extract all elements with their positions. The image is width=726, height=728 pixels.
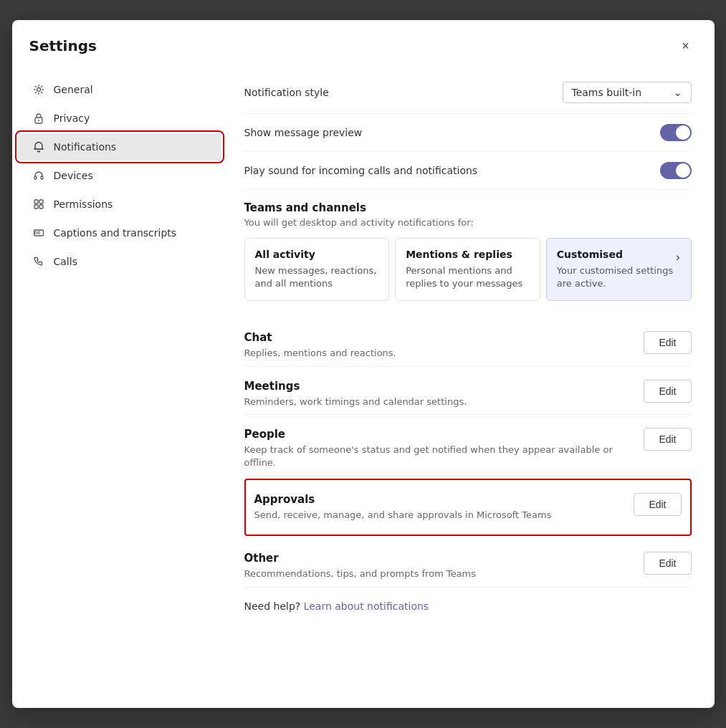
sidebar-captions-label: Captions and transcripts: [54, 227, 177, 239]
notification-style-dropdown[interactable]: Teams built-in ⌄: [563, 82, 692, 103]
phone-icon: [32, 255, 45, 268]
chevron-right-icon: ›: [675, 249, 680, 264]
approvals-title: Approvals: [254, 493, 552, 506]
people-edit-button[interactable]: Edit: [644, 428, 691, 451]
gear-icon: [32, 83, 45, 96]
chat-section: Chat Replies, mentions and reactions. Ed…: [244, 318, 692, 366]
svg-point-0: [37, 88, 40, 92]
sidebar-calls-label: Calls: [54, 256, 77, 267]
notification-style-row: Notification style Teams built-in ⌄: [244, 72, 692, 114]
meetings-title: Meetings: [244, 380, 467, 393]
show-message-preview-toggle[interactable]: [660, 124, 692, 141]
all-activity-card[interactable]: All activity New messages, reactions, an…: [244, 238, 390, 301]
svg-rect-4: [41, 176, 43, 179]
main-content: Notification style Teams built-in ⌄ Show…: [227, 69, 715, 708]
play-sound-row: Play sound for incoming calls and notifi…: [244, 152, 692, 190]
approvals-highlighted-section: Approvals Send, receive, manage, and sha…: [244, 479, 692, 536]
svg-rect-9: [34, 230, 43, 236]
other-desc: Recommendations, tips, and prompts from …: [244, 567, 477, 580]
customised-desc: Your customised settings are active.: [557, 264, 681, 290]
mentions-replies-title: Mentions & replies: [406, 249, 530, 260]
customised-title: Customised: [557, 249, 623, 260]
close-button[interactable]: ×: [674, 34, 697, 57]
sidebar-general-label: General: [54, 84, 93, 95]
sidebar-item-calls[interactable]: Calls: [18, 248, 221, 275]
people-section: People Keep track of someone's status an…: [244, 415, 692, 476]
svg-rect-7: [34, 205, 38, 209]
sidebar-permissions-label: Permissions: [54, 198, 113, 210]
show-message-preview-row: Show message preview: [244, 114, 692, 152]
show-message-preview-label: Show message preview: [244, 127, 363, 138]
approvals-desc: Send, receive, manage, and share approva…: [254, 509, 552, 522]
help-row: Need help? Learn about notifications: [244, 588, 692, 618]
svg-rect-5: [34, 200, 38, 203]
chat-edit-button[interactable]: Edit: [644, 331, 691, 354]
notification-style-label: Notification style: [244, 87, 329, 98]
grid-icon: [32, 198, 45, 211]
meetings-edit-button[interactable]: Edit: [644, 380, 691, 403]
approvals-inner: Approvals Send, receive, manage, and sha…: [254, 480, 682, 535]
lock-icon: [32, 112, 45, 125]
meetings-section: Meetings Reminders, work timings and cal…: [244, 367, 692, 415]
mentions-replies-desc: Personal mentions and replies to your me…: [406, 264, 530, 290]
modal-title: Settings: [29, 37, 97, 54]
all-activity-title: All activity: [255, 249, 379, 260]
notification-style-value: Teams built-in: [572, 87, 642, 98]
help-text-label: Need help?: [244, 600, 301, 612]
teams-channels-desc: You will get desktop and activity notifi…: [244, 217, 692, 228]
sidebar-item-general[interactable]: General: [18, 76, 221, 103]
learn-about-notifications-link[interactable]: Learn about notifications: [304, 600, 429, 612]
sidebar-devices-label: Devices: [54, 170, 93, 181]
sidebar: General Privacy: [12, 69, 227, 708]
modal-body: General Privacy: [12, 69, 715, 708]
approvals-text: Approvals Send, receive, manage, and sha…: [254, 493, 552, 522]
other-text: Other Recommendations, tips, and prompts…: [244, 552, 477, 580]
sidebar-privacy-label: Privacy: [54, 112, 90, 124]
sidebar-item-notifications[interactable]: Notifications: [18, 133, 221, 161]
headset-icon: [32, 169, 45, 182]
people-text: People Keep track of someone's status an…: [244, 428, 644, 469]
meetings-text: Meetings Reminders, work timings and cal…: [244, 380, 467, 408]
modal-header: Settings ×: [12, 20, 715, 69]
other-section: Other Recommendations, tips, and prompts…: [244, 539, 692, 587]
notification-cards: All activity New messages, reactions, an…: [244, 238, 692, 301]
all-activity-desc: New messages, reactions, and all mention…: [255, 264, 379, 290]
mentions-replies-card[interactable]: Mentions & replies Personal mentions and…: [395, 238, 540, 301]
cc-icon: [32, 226, 45, 239]
other-edit-button[interactable]: Edit: [644, 552, 691, 575]
sidebar-item-captions[interactable]: Captions and transcripts: [18, 219, 221, 246]
approvals-edit-button[interactable]: Edit: [634, 493, 681, 516]
teams-channels-title: Teams and channels: [244, 201, 692, 214]
svg-point-2: [38, 120, 39, 121]
chat-text: Chat Replies, mentions and reactions.: [244, 331, 396, 360]
teams-channels-section: Teams and channels You will get desktop …: [244, 201, 692, 301]
chevron-down-icon: ⌄: [674, 87, 682, 98]
play-sound-toggle[interactable]: [660, 162, 692, 179]
sidebar-item-permissions[interactable]: Permissions: [18, 191, 221, 218]
customised-card-header: Customised ›: [557, 249, 681, 264]
chat-title: Chat: [244, 331, 396, 344]
meetings-desc: Reminders, work timings and calendar set…: [244, 396, 467, 408]
sidebar-item-privacy[interactable]: Privacy: [18, 105, 221, 132]
svg-rect-3: [34, 176, 37, 179]
customised-card[interactable]: Customised › Your customised settings ar…: [546, 238, 692, 301]
sidebar-item-devices[interactable]: Devices: [18, 162, 221, 189]
svg-rect-8: [39, 205, 43, 209]
bell-icon: [32, 140, 45, 153]
play-sound-label: Play sound for incoming calls and notifi…: [244, 165, 478, 176]
other-title: Other: [244, 552, 477, 565]
people-desc: Keep track of someone's status and get n…: [244, 444, 644, 469]
sidebar-notifications-label: Notifications: [54, 141, 117, 153]
toggle-thumb: [676, 125, 690, 140]
chat-desc: Replies, mentions and reactions.: [244, 347, 396, 360]
svg-rect-6: [39, 200, 43, 203]
toggle-thumb-sound: [676, 163, 690, 178]
people-title: People: [244, 428, 644, 441]
settings-modal: Settings × General: [12, 20, 715, 708]
